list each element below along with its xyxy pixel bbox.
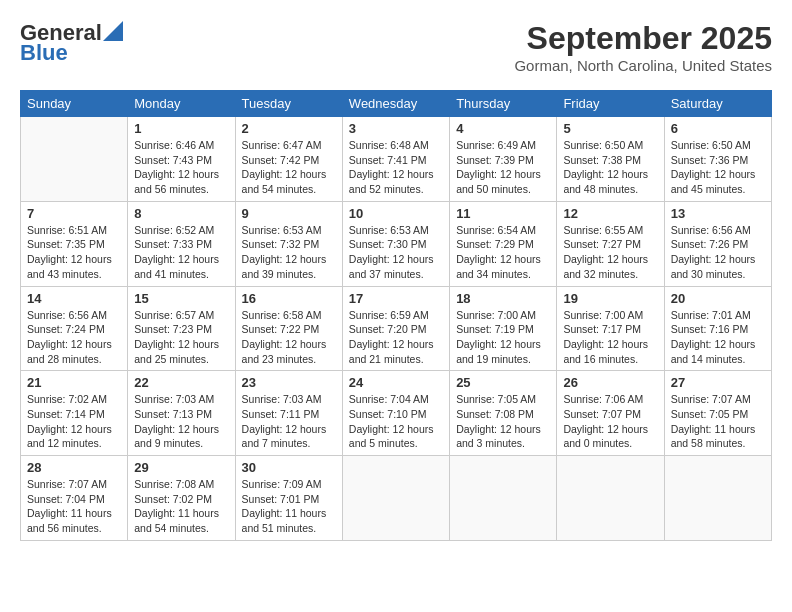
day-info: Sunrise: 7:01 AMSunset: 7:16 PMDaylight:… — [671, 308, 765, 367]
col-sunday: Sunday — [21, 91, 128, 117]
calendar-cell: 4Sunrise: 6:49 AMSunset: 7:39 PMDaylight… — [450, 117, 557, 202]
col-wednesday: Wednesday — [342, 91, 449, 117]
day-info: Sunrise: 6:53 AMSunset: 7:32 PMDaylight:… — [242, 223, 336, 282]
day-number: 23 — [242, 375, 336, 390]
day-info: Sunrise: 6:50 AMSunset: 7:38 PMDaylight:… — [563, 138, 657, 197]
day-number: 17 — [349, 291, 443, 306]
day-number: 22 — [134, 375, 228, 390]
day-number: 4 — [456, 121, 550, 136]
calendar-cell: 28Sunrise: 7:07 AMSunset: 7:04 PMDayligh… — [21, 456, 128, 541]
calendar-cell: 16Sunrise: 6:58 AMSunset: 7:22 PMDayligh… — [235, 286, 342, 371]
calendar-week-row: 7Sunrise: 6:51 AMSunset: 7:35 PMDaylight… — [21, 201, 772, 286]
calendar-cell: 29Sunrise: 7:08 AMSunset: 7:02 PMDayligh… — [128, 456, 235, 541]
day-info: Sunrise: 7:05 AMSunset: 7:08 PMDaylight:… — [456, 392, 550, 451]
day-info: Sunrise: 6:58 AMSunset: 7:22 PMDaylight:… — [242, 308, 336, 367]
col-saturday: Saturday — [664, 91, 771, 117]
logo: General Blue — [20, 20, 123, 66]
day-info: Sunrise: 7:07 AMSunset: 7:04 PMDaylight:… — [27, 477, 121, 536]
col-tuesday: Tuesday — [235, 91, 342, 117]
day-number: 13 — [671, 206, 765, 221]
calendar-cell: 5Sunrise: 6:50 AMSunset: 7:38 PMDaylight… — [557, 117, 664, 202]
calendar-cell: 27Sunrise: 7:07 AMSunset: 7:05 PMDayligh… — [664, 371, 771, 456]
calendar-cell: 17Sunrise: 6:59 AMSunset: 7:20 PMDayligh… — [342, 286, 449, 371]
calendar-cell — [450, 456, 557, 541]
day-info: Sunrise: 6:54 AMSunset: 7:29 PMDaylight:… — [456, 223, 550, 282]
calendar-cell: 14Sunrise: 6:56 AMSunset: 7:24 PMDayligh… — [21, 286, 128, 371]
month-year-title: September 2025 — [514, 20, 772, 57]
day-number: 18 — [456, 291, 550, 306]
day-number: 11 — [456, 206, 550, 221]
calendar-cell: 22Sunrise: 7:03 AMSunset: 7:13 PMDayligh… — [128, 371, 235, 456]
calendar-cell — [342, 456, 449, 541]
calendar-cell: 30Sunrise: 7:09 AMSunset: 7:01 PMDayligh… — [235, 456, 342, 541]
calendar-cell: 2Sunrise: 6:47 AMSunset: 7:42 PMDaylight… — [235, 117, 342, 202]
day-info: Sunrise: 6:47 AMSunset: 7:42 PMDaylight:… — [242, 138, 336, 197]
calendar-cell: 6Sunrise: 6:50 AMSunset: 7:36 PMDaylight… — [664, 117, 771, 202]
day-info: Sunrise: 6:49 AMSunset: 7:39 PMDaylight:… — [456, 138, 550, 197]
day-info: Sunrise: 6:51 AMSunset: 7:35 PMDaylight:… — [27, 223, 121, 282]
calendar-cell: 25Sunrise: 7:05 AMSunset: 7:08 PMDayligh… — [450, 371, 557, 456]
calendar-cell: 18Sunrise: 7:00 AMSunset: 7:19 PMDayligh… — [450, 286, 557, 371]
day-info: Sunrise: 7:03 AMSunset: 7:11 PMDaylight:… — [242, 392, 336, 451]
day-info: Sunrise: 6:46 AMSunset: 7:43 PMDaylight:… — [134, 138, 228, 197]
day-info: Sunrise: 6:53 AMSunset: 7:30 PMDaylight:… — [349, 223, 443, 282]
calendar-week-row: 21Sunrise: 7:02 AMSunset: 7:14 PMDayligh… — [21, 371, 772, 456]
day-number: 12 — [563, 206, 657, 221]
day-number: 9 — [242, 206, 336, 221]
day-info: Sunrise: 7:02 AMSunset: 7:14 PMDaylight:… — [27, 392, 121, 451]
day-info: Sunrise: 6:52 AMSunset: 7:33 PMDaylight:… — [134, 223, 228, 282]
day-number: 6 — [671, 121, 765, 136]
day-info: Sunrise: 6:48 AMSunset: 7:41 PMDaylight:… — [349, 138, 443, 197]
day-number: 15 — [134, 291, 228, 306]
calendar-cell: 13Sunrise: 6:56 AMSunset: 7:26 PMDayligh… — [664, 201, 771, 286]
calendar-week-row: 28Sunrise: 7:07 AMSunset: 7:04 PMDayligh… — [21, 456, 772, 541]
day-info: Sunrise: 7:00 AMSunset: 7:17 PMDaylight:… — [563, 308, 657, 367]
day-number: 30 — [242, 460, 336, 475]
col-thursday: Thursday — [450, 91, 557, 117]
calendar-week-row: 1Sunrise: 6:46 AMSunset: 7:43 PMDaylight… — [21, 117, 772, 202]
day-info: Sunrise: 7:00 AMSunset: 7:19 PMDaylight:… — [456, 308, 550, 367]
calendar-cell: 23Sunrise: 7:03 AMSunset: 7:11 PMDayligh… — [235, 371, 342, 456]
day-number: 21 — [27, 375, 121, 390]
day-number: 27 — [671, 375, 765, 390]
calendar-cell: 26Sunrise: 7:06 AMSunset: 7:07 PMDayligh… — [557, 371, 664, 456]
calendar-cell: 12Sunrise: 6:55 AMSunset: 7:27 PMDayligh… — [557, 201, 664, 286]
day-number: 1 — [134, 121, 228, 136]
day-info: Sunrise: 7:08 AMSunset: 7:02 PMDaylight:… — [134, 477, 228, 536]
day-info: Sunrise: 6:50 AMSunset: 7:36 PMDaylight:… — [671, 138, 765, 197]
day-number: 29 — [134, 460, 228, 475]
day-info: Sunrise: 7:06 AMSunset: 7:07 PMDaylight:… — [563, 392, 657, 451]
calendar-cell: 9Sunrise: 6:53 AMSunset: 7:32 PMDaylight… — [235, 201, 342, 286]
day-number: 26 — [563, 375, 657, 390]
calendar-cell: 21Sunrise: 7:02 AMSunset: 7:14 PMDayligh… — [21, 371, 128, 456]
calendar-cell: 19Sunrise: 7:00 AMSunset: 7:17 PMDayligh… — [557, 286, 664, 371]
day-info: Sunrise: 6:56 AMSunset: 7:26 PMDaylight:… — [671, 223, 765, 282]
title-block: September 2025 Gorman, North Carolina, U… — [514, 20, 772, 74]
calendar-cell — [557, 456, 664, 541]
day-number: 16 — [242, 291, 336, 306]
day-info: Sunrise: 7:07 AMSunset: 7:05 PMDaylight:… — [671, 392, 765, 451]
day-number: 8 — [134, 206, 228, 221]
day-number: 24 — [349, 375, 443, 390]
day-number: 20 — [671, 291, 765, 306]
day-number: 2 — [242, 121, 336, 136]
day-number: 3 — [349, 121, 443, 136]
page-header: General Blue September 2025 Gorman, Nort… — [20, 20, 772, 74]
col-friday: Friday — [557, 91, 664, 117]
day-number: 5 — [563, 121, 657, 136]
calendar-cell: 24Sunrise: 7:04 AMSunset: 7:10 PMDayligh… — [342, 371, 449, 456]
location-subtitle: Gorman, North Carolina, United States — [514, 57, 772, 74]
day-info: Sunrise: 7:03 AMSunset: 7:13 PMDaylight:… — [134, 392, 228, 451]
day-info: Sunrise: 6:59 AMSunset: 7:20 PMDaylight:… — [349, 308, 443, 367]
calendar-table: Sunday Monday Tuesday Wednesday Thursday… — [20, 90, 772, 541]
day-number: 10 — [349, 206, 443, 221]
day-info: Sunrise: 7:09 AMSunset: 7:01 PMDaylight:… — [242, 477, 336, 536]
calendar-cell: 11Sunrise: 6:54 AMSunset: 7:29 PMDayligh… — [450, 201, 557, 286]
calendar-cell: 3Sunrise: 6:48 AMSunset: 7:41 PMDaylight… — [342, 117, 449, 202]
col-monday: Monday — [128, 91, 235, 117]
calendar-header-row: Sunday Monday Tuesday Wednesday Thursday… — [21, 91, 772, 117]
calendar-cell: 15Sunrise: 6:57 AMSunset: 7:23 PMDayligh… — [128, 286, 235, 371]
day-info: Sunrise: 6:56 AMSunset: 7:24 PMDaylight:… — [27, 308, 121, 367]
svg-marker-0 — [103, 21, 123, 41]
day-number: 7 — [27, 206, 121, 221]
